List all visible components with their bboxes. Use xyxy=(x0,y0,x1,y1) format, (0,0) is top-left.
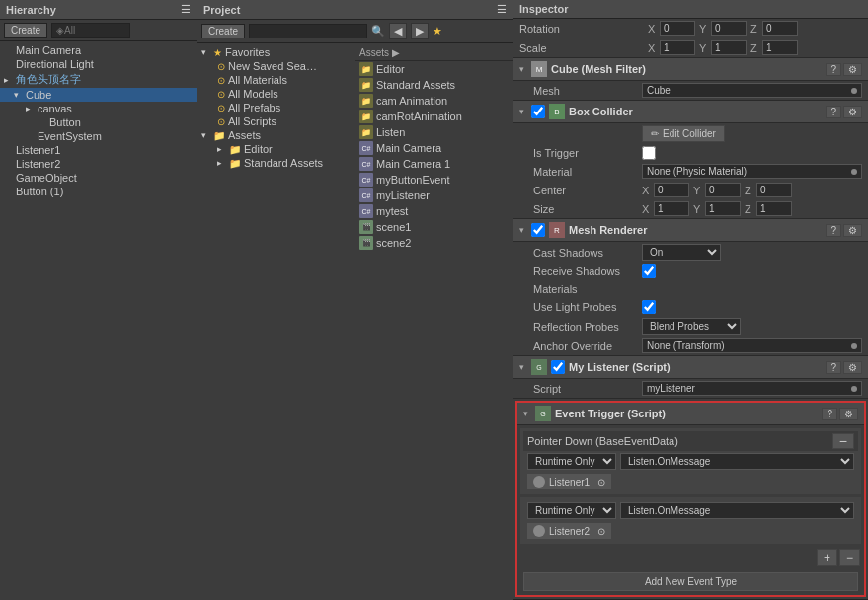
size-z-input[interactable] xyxy=(756,201,792,216)
remove-event-button[interactable]: − xyxy=(832,433,854,449)
hierarchy-item-listener2[interactable]: Listener2 xyxy=(0,157,197,171)
favorites-item-all-prefabs[interactable]: ⊙ All Prefabs xyxy=(197,101,355,114)
hierarchy-item-corner-label[interactable]: ▸ 角色头顶名字 xyxy=(0,71,197,88)
hierarchy-item-eventsystem[interactable]: EventSystem xyxy=(0,129,197,143)
asset-mytest[interactable]: C# mytest xyxy=(355,203,513,219)
anchor-override-ref[interactable]: None (Transform) xyxy=(642,338,862,353)
is-trigger-checkbox[interactable] xyxy=(642,146,656,160)
asset-main-camera[interactable]: C# Main Camera xyxy=(355,140,513,156)
listener1-label: Listener1 xyxy=(549,477,590,488)
assets-item-standard[interactable]: ▸ 📁 Standard Assets xyxy=(197,156,355,170)
favorites-item-all-materials[interactable]: ⊙ All Materials xyxy=(197,73,355,87)
project-nav-btn2[interactable]: ▶ xyxy=(411,23,429,39)
function-select-1[interactable]: Listen.OnMessage xyxy=(620,453,854,470)
asset-standard-assets[interactable]: 📁 Standard Assets xyxy=(355,77,513,93)
hierarchy-item-main-camera[interactable]: Main Camera xyxy=(0,43,197,57)
listener1-item[interactable]: Listener1 ⊙ xyxy=(527,474,611,489)
pencil-icon: ✏ xyxy=(651,128,659,139)
box-collider-enabled-checkbox[interactable] xyxy=(531,105,545,118)
assets-item-editor[interactable]: ▸ 📁 Editor xyxy=(197,142,355,156)
folder-icon: 📁 xyxy=(359,110,373,123)
use-light-probes-checkbox[interactable] xyxy=(642,300,656,314)
mesh-renderer-enabled-checkbox[interactable] xyxy=(531,223,545,237)
runtime-only-select-1[interactable]: Runtime Only xyxy=(527,453,616,470)
function-select-2[interactable]: Listen.OnMessage xyxy=(620,502,854,519)
hierarchy-item-cube[interactable]: ▾ Cube xyxy=(0,88,197,102)
runtime-only-select-2[interactable]: Runtime Only xyxy=(527,502,616,519)
remove-bottom-button[interactable]: − xyxy=(839,549,860,566)
mesh-renderer-settings-btn[interactable]: ⚙ xyxy=(843,224,862,237)
mesh-renderer-header[interactable]: ▾ R Mesh Renderer ? ⚙ xyxy=(513,219,868,242)
favorites-item-saved-sea[interactable]: ⊙ New Saved Sea… xyxy=(197,59,355,73)
scale-x-input[interactable] xyxy=(660,40,695,55)
event-trigger-info-btn[interactable]: ? xyxy=(822,408,837,420)
my-listener-header[interactable]: ▾ G My Listener (Script) ? ⚙ xyxy=(513,356,868,379)
project-star-btn[interactable]: ★ xyxy=(433,25,442,38)
favorites-group[interactable]: ▾ ★ Favorites xyxy=(197,45,355,59)
center-y-input[interactable] xyxy=(705,183,741,197)
receive-shadows-checkbox[interactable] xyxy=(642,264,656,278)
assets-group[interactable]: ▾ 📁 Assets xyxy=(197,128,355,142)
project-create-button[interactable]: Create xyxy=(201,24,245,38)
asset-my-listener[interactable]: C# myListener xyxy=(355,188,513,203)
script-icon: C# xyxy=(359,204,373,218)
favorites-item-all-models[interactable]: ⊙ All Models xyxy=(197,87,355,101)
favorites-item-all-scripts[interactable]: ⊙ All Scripts xyxy=(197,114,355,128)
hierarchy-options[interactable]: ☰ xyxy=(181,3,191,16)
box-collider-info-btn[interactable]: ? xyxy=(826,106,841,118)
my-listener-enabled-checkbox[interactable] xyxy=(551,360,565,374)
hierarchy-item-directional-light[interactable]: Directional Light xyxy=(0,57,197,71)
mesh-renderer-icon: R xyxy=(549,222,565,238)
cast-shadows-select[interactable]: On xyxy=(642,244,721,261)
size-x-input[interactable] xyxy=(654,201,689,216)
box-collider-settings-btn[interactable]: ⚙ xyxy=(843,106,862,118)
rotation-y-input[interactable] xyxy=(711,21,747,36)
hierarchy-item-gameobject[interactable]: GameObject xyxy=(0,171,197,185)
add-new-event-type-button[interactable]: Add New Event Type xyxy=(523,572,858,591)
rotation-z-input[interactable] xyxy=(762,21,798,36)
box-collider-header[interactable]: ▾ B Box Collider ? ⚙ xyxy=(513,101,868,123)
asset-mybutton-event[interactable]: C# myButtonEvent xyxy=(355,172,513,188)
mesh-filter-settings-btn[interactable]: ⚙ xyxy=(843,63,862,76)
mesh-filter-info-btn[interactable]: ? xyxy=(826,63,841,76)
asset-scene2[interactable]: 🎬 scene2 xyxy=(355,235,513,251)
hierarchy-item-listener1[interactable]: Listener1 xyxy=(0,143,197,157)
y-label: Y xyxy=(699,23,709,35)
hierarchy-item-button1[interactable]: Button (1) xyxy=(0,185,197,198)
hierarchy-create-button[interactable]: Create xyxy=(4,23,47,38)
asset-scene1[interactable]: 🎬 scene1 xyxy=(355,219,513,235)
my-listener-info-btn[interactable]: ? xyxy=(826,361,841,374)
reflection-probes-select[interactable]: Blend Probes xyxy=(642,318,741,335)
mesh-renderer-info-btn[interactable]: ? xyxy=(826,224,841,237)
y-label: Y xyxy=(693,185,703,196)
rotation-x-input[interactable] xyxy=(660,21,695,36)
hierarchy-search-input[interactable] xyxy=(51,23,130,38)
mesh-ref[interactable]: Cube xyxy=(642,83,862,98)
edit-collider-button[interactable]: ✏ Edit Collider xyxy=(642,125,725,142)
project-nav-btn1[interactable]: ◀ xyxy=(389,23,407,39)
event-trigger-header[interactable]: ▾ G Event Trigger (Script) ? ⚙ xyxy=(517,403,864,425)
center-z-input[interactable] xyxy=(756,183,792,197)
size-y-input[interactable] xyxy=(705,201,741,216)
project-search-btn[interactable]: 🔍 xyxy=(371,25,385,38)
listener2-item[interactable]: Listener2 ⊙ xyxy=(527,523,611,539)
box-collider-section: ▾ B Box Collider ? ⚙ ✏ Edit Collider Is … xyxy=(513,101,868,219)
asset-cam-animation[interactable]: 📁 cam Animation xyxy=(355,93,513,109)
project-options[interactable]: ☰ xyxy=(497,3,507,16)
script-ref[interactable]: myListener xyxy=(642,381,862,396)
add-event-button[interactable]: + xyxy=(817,549,837,566)
asset-main-camera-1[interactable]: C# Main Camera 1 xyxy=(355,156,513,172)
asset-listen[interactable]: 📁 Listen xyxy=(355,124,513,140)
my-listener-settings-btn[interactable]: ⚙ xyxy=(843,361,862,374)
scale-y-input[interactable] xyxy=(711,40,747,55)
material-ref[interactable]: None (Physic Material) xyxy=(642,164,862,179)
center-x-input[interactable] xyxy=(654,183,689,197)
asset-camrot-animation[interactable]: 📁 camRotAnimation xyxy=(355,109,513,124)
event-trigger-settings-btn[interactable]: ⚙ xyxy=(839,408,858,420)
asset-editor[interactable]: 📁 Editor xyxy=(355,61,513,77)
scale-z-input[interactable] xyxy=(762,40,798,55)
mesh-filter-header[interactable]: ▾ M Cube (Mesh Filter) ? ⚙ xyxy=(513,58,868,81)
project-search-input[interactable] xyxy=(249,24,367,38)
hierarchy-item-canvas[interactable]: ▸ canvas xyxy=(0,102,197,115)
hierarchy-item-button[interactable]: Button xyxy=(0,115,197,129)
